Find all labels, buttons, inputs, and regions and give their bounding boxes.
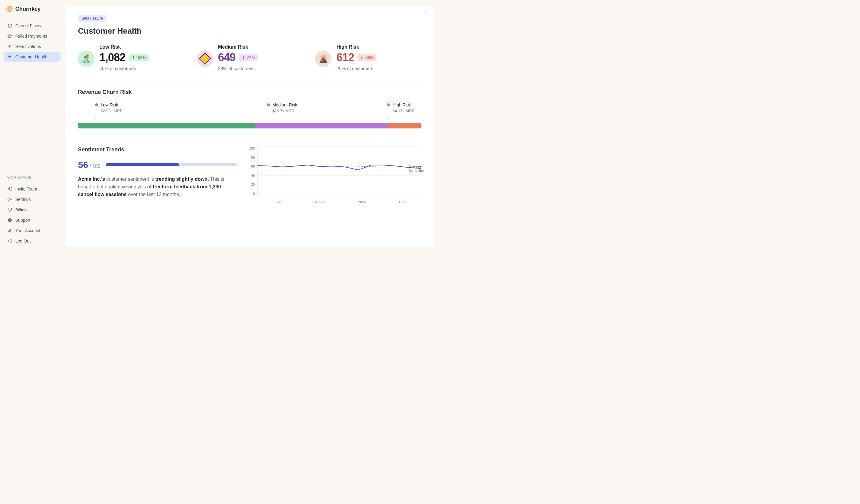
legend-value: $22.3k MRR [101, 108, 123, 114]
risk-label: Medium Risk [218, 44, 303, 50]
nav-label: Settings [15, 197, 31, 202]
arrow-down-icon [242, 56, 245, 59]
dot-icon [95, 103, 98, 106]
sentiment-max: / 100 [90, 163, 101, 169]
beta-badge: Beta Feature [78, 15, 106, 22]
svg-point-9 [425, 16, 426, 16]
legend-value: $4.17k MRR [393, 108, 415, 114]
svg-point-2 [9, 187, 10, 189]
delta-badge: -26% [239, 54, 258, 61]
volcano-icon: 🌋 [315, 51, 331, 67]
arrow-up-icon [8, 44, 12, 49]
sentiment-score: 56 [78, 160, 88, 170]
risk-card-low: 🏝️ Low Risk 1,082 198% 46% of customers [78, 44, 184, 71]
brand-logo[interactable]: Churnkey [4, 5, 60, 18]
more-menu-button[interactable] [422, 10, 428, 18]
dots-vertical-icon [425, 12, 426, 16]
nav-label: Failed Payments [15, 34, 47, 39]
risk-sub: 26% of customers [336, 66, 421, 71]
y-axis: 100806040200 [249, 146, 257, 196]
section-title: Revenue Churn Risk [78, 89, 421, 96]
delta-badge: 198% [129, 54, 149, 61]
legend-label-avg: Average [408, 164, 425, 169]
svg-point-5 [9, 219, 10, 221]
nav-logout[interactable]: Log Out [4, 236, 60, 246]
brand-name: Churnkey [15, 6, 41, 12]
risk-label: High Risk [336, 44, 421, 50]
sidebar: Churnkey Cancel Flows Failed Payments Re… [0, 0, 64, 252]
gear-icon [8, 197, 12, 202]
legend-label: Low Risk [101, 102, 123, 108]
heart-icon [8, 23, 12, 28]
svg-point-1 [8, 8, 10, 10]
revenue-legend: Low Risk $22.3k MRR Medium Risk $16.7k M… [78, 102, 421, 114]
delta-badge: -49% [358, 54, 376, 61]
nav-label: Support [15, 218, 30, 222]
logo-icon [6, 5, 13, 12]
nav-customer-health[interactable]: Customer Health [4, 52, 60, 62]
users-icon [8, 187, 12, 191]
legend-tick [267, 115, 267, 121]
risk-value: 612 [336, 51, 354, 64]
legend-high: High Risk $4.17k MRR [387, 102, 415, 114]
legend-value: $16.7k MRR [272, 108, 297, 114]
legend-label: High Risk [393, 102, 415, 108]
risk-card-medium: Medium Risk 649 -26% 28% of customers [197, 44, 303, 71]
legend-tick [95, 115, 96, 121]
bar-segment-high [388, 123, 421, 128]
svg-point-8 [425, 14, 426, 15]
risk-value: 649 [218, 51, 235, 64]
nav-failed-payments[interactable]: Failed Payments [4, 31, 60, 41]
content-card: Beta Feature Customer Health 🏝️ Low Risk… [66, 6, 434, 246]
nav-label: Log Out [15, 239, 31, 243]
sentiment-text: Acme Inc.'s customer sentiment is trendi… [78, 175, 237, 198]
nav-invite-team[interactable]: Invite Team [4, 184, 60, 194]
risk-label: Low Risk [99, 44, 184, 50]
nav-reactivations[interactable]: Reactivations [4, 42, 60, 52]
logout-icon [8, 239, 12, 243]
risk-card-high: 🌋 High Risk 612 -49% 26% of customers [315, 44, 421, 71]
warning-sign-icon [197, 51, 213, 67]
chart-legend: Average Acme, Inc. [408, 164, 425, 173]
delta-value: -49% [364, 55, 373, 60]
arrow-down-icon [360, 56, 363, 59]
nav-label: Cancel Flows [15, 23, 41, 28]
nav-cancel-flows[interactable]: Cancel Flows [4, 21, 60, 31]
nav-support[interactable]: Support [4, 215, 60, 225]
diamond-icon [8, 207, 12, 212]
nav-label: Invite Team [15, 187, 37, 191]
sentiment-chart: 100806040200 JulyOctober2024April Averag… [249, 146, 421, 204]
sentiment-bar-fill [106, 163, 179, 167]
nav-label: Customer Health [15, 55, 47, 59]
arrow-up-icon [132, 56, 135, 59]
nav-workspace: Invite Team Settings Billing Support You… [4, 184, 60, 246]
sentiment-section: Sentiment Trends 56 / 100 Acme Inc.'s cu… [78, 146, 421, 204]
svg-point-6 [9, 229, 10, 231]
svg-point-3 [9, 199, 10, 200]
legend-medium: Medium Risk $16.7k MRR [267, 102, 297, 114]
bar-segment-low [78, 123, 255, 128]
workspace-heading: WORKSPACE [4, 173, 60, 182]
section-title: Sentiment Trends [78, 146, 237, 153]
nav-billing[interactable]: Billing [4, 205, 60, 215]
island-icon: 🏝️ [78, 51, 95, 67]
main-content: Beta Feature Customer Health 🏝️ Low Risk… [64, 0, 440, 252]
revenue-section: Revenue Churn Risk Low Risk $22.3k MRR M… [78, 89, 421, 138]
star-icon [8, 34, 12, 39]
legend-low: Low Risk $22.3k MRR [95, 102, 123, 114]
risk-value: 1,082 [99, 51, 125, 64]
risk-sub: 28% of customers [218, 66, 303, 71]
nav-settings[interactable]: Settings [4, 195, 60, 204]
nav-label: Your Account [15, 228, 40, 233]
revenue-bar [78, 123, 421, 128]
dot-icon [267, 103, 270, 106]
sparkle-icon [8, 55, 12, 59]
risk-sub: 46% of customers [99, 66, 184, 71]
dot-icon [387, 103, 390, 106]
lifebuoy-icon [8, 218, 12, 222]
nav-account[interactable]: Your Account [4, 226, 60, 235]
page-title: Customer Health [78, 26, 421, 36]
delta-value: 198% [136, 55, 146, 60]
chart-plot [257, 146, 421, 196]
delta-value: -26% [246, 55, 255, 60]
